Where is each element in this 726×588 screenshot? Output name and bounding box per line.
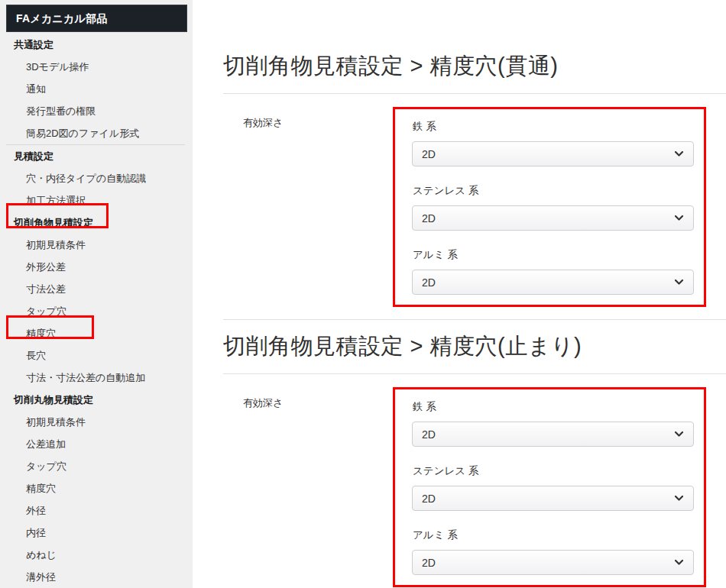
sidebar-app-title[interactable]: FAメカニカル部品 — [6, 5, 187, 32]
field-label-aluminum-kei: アルミ 系 — [413, 249, 694, 261]
sidebar-item-tsuchi[interactable]: 通知 — [0, 78, 193, 100]
select-value: 2D — [422, 276, 436, 289]
sidebar-item-meneji[interactable]: めねじ — [0, 544, 193, 566]
aluminum-kei-depth-select[interactable]: 2D — [412, 270, 694, 295]
chevron-down-icon — [675, 215, 683, 221]
sidebar-item-hakko-kataban-kengen[interactable]: 発行型番の権限 — [0, 100, 193, 122]
select-value: 2D — [422, 212, 436, 225]
chevron-down-icon — [675, 279, 683, 285]
tetsu-kei-depth-select-tomari[interactable]: 2D — [412, 422, 694, 447]
chevron-down-icon — [675, 431, 683, 437]
sidebar-item-shoki-mitsumori-2[interactable]: 初期見積条件 — [0, 411, 193, 433]
sidebar-item-ana-naikei-auto[interactable]: 穴・内径タイプの自動認識 — [0, 167, 193, 189]
sidebar-item-mizo-gaikei[interactable]: 溝外径 — [0, 566, 193, 588]
field-group-aluminum: アルミ 系 2D — [412, 249, 694, 295]
field-group-tetsu: 鉄 系 2D — [412, 121, 694, 166]
chevron-down-icon — [675, 151, 683, 157]
sidebar-item-3d-model-sosa[interactable]: 3Dモデル操作 — [0, 56, 193, 78]
select-value: 2D — [422, 557, 436, 569]
form-row-kantsu: 有効深さ 鉄 系 2D ステンレス 系 2D — [223, 107, 726, 307]
field-group-aluminum: アルミ 系 2D — [412, 529, 694, 575]
row-label-yuko-fukasa: 有効深さ — [223, 107, 393, 307]
title-divider — [223, 373, 726, 374]
sidebar-item-tap-ana-2[interactable]: タップ穴 — [0, 455, 193, 477]
field-label-tetsu-kei: 鉄 系 — [413, 401, 694, 413]
tetsu-kei-depth-select[interactable]: 2D — [412, 141, 694, 166]
field-group-stainless: ステンレス 系 2D — [412, 185, 694, 231]
sidebar-item-kako-hoho-sentaku[interactable]: 加工方法選択 — [0, 189, 193, 212]
page-title-kantsu: 切削角物見積設定 > 精度穴(貫通) — [223, 50, 726, 81]
chevron-down-icon — [675, 560, 683, 565]
main-content: 切削角物見積設定 > 精度穴(貫通) 有効深さ 鉄 系 2D ステンレス 系 2… — [223, 0, 726, 587]
sidebar: FAメカニカル部品 共通設定 3Dモデル操作 通知 発行型番の権限 簡易2D図の… — [0, 0, 193, 588]
sidebar-group-sessaku-kakumono[interactable]: 切削角物見積設定 — [0, 212, 193, 234]
field-label-tetsu-kei: 鉄 系 — [413, 121, 694, 133]
sidebar-item-tap-ana-1[interactable]: タップ穴 — [0, 300, 193, 322]
field-label-stainless-kei: ステンレス 系 — [413, 465, 694, 477]
sidebar-item-naga-ana[interactable]: 長穴 — [0, 344, 193, 367]
sidebar-item-seido-ana-2[interactable]: 精度穴 — [0, 477, 193, 499]
select-value: 2D — [422, 493, 436, 505]
select-value: 2D — [422, 428, 436, 441]
sidebar-item-kosa-tsuika[interactable]: 公差追加 — [0, 433, 193, 455]
field-label-stainless-kei: ステンレス 系 — [413, 185, 694, 197]
aluminum-kei-depth-select-tomari[interactable]: 2D — [412, 550, 694, 575]
stainless-kei-depth-select[interactable]: 2D — [412, 205, 694, 231]
row-label-yuko-fukasa: 有効深さ — [223, 387, 393, 587]
field-group-stainless: ステンレス 系 2D — [412, 465, 694, 511]
form-row-tomari: 有効深さ 鉄 系 2D ステンレス 系 2D — [223, 387, 726, 587]
field-label-aluminum-kei: アルミ 系 — [413, 529, 694, 541]
sidebar-item-sunpo-kosa[interactable]: 寸法公差 — [0, 278, 193, 300]
annotation-box-fields-kantsu: 鉄 系 2D ステンレス 系 2D アルミ 系 — [393, 107, 706, 307]
sidebar-item-naikei[interactable]: 内径 — [0, 522, 193, 544]
select-value: 2D — [422, 148, 436, 160]
sidebar-item-kani-2d-file-format[interactable]: 簡易2D図のファイル形式 — [0, 122, 193, 144]
sidebar-item-shoki-mitsumori-1[interactable]: 初期見積条件 — [0, 234, 193, 256]
stainless-kei-depth-select-tomari[interactable]: 2D — [412, 486, 694, 511]
sidebar-group-kyotsu-settei[interactable]: 共通設定 — [0, 34, 193, 56]
sidebar-item-sunpo-auto-tsuika[interactable]: 寸法・寸法公差の自動追加 — [0, 367, 193, 389]
sidebar-item-gaikei-kosa[interactable]: 外形公差 — [0, 256, 193, 278]
annotation-box-fields-tomari: 鉄 系 2D ステンレス 系 2D アルミ 系 — [393, 387, 706, 587]
sidebar-group-mitsumori-settei[interactable]: 見積設定 — [0, 145, 193, 167]
sidebar-group-sessaku-marumono[interactable]: 切削丸物見積設定 — [0, 389, 193, 411]
sidebar-item-gaikei[interactable]: 外径 — [0, 499, 193, 522]
sidebar-item-seido-ana-1[interactable]: 精度穴 — [0, 322, 193, 344]
field-group-tetsu: 鉄 系 2D — [412, 401, 694, 447]
page-title-tomari: 切削角物見積設定 > 精度穴(止まり) — [223, 331, 726, 361]
title-divider — [223, 93, 726, 94]
chevron-down-icon — [675, 496, 683, 501]
section-divider — [223, 319, 726, 320]
sidebar-nav: 共通設定 3Dモデル操作 通知 発行型番の権限 簡易2D図のファイル形式 見積設… — [0, 34, 193, 588]
